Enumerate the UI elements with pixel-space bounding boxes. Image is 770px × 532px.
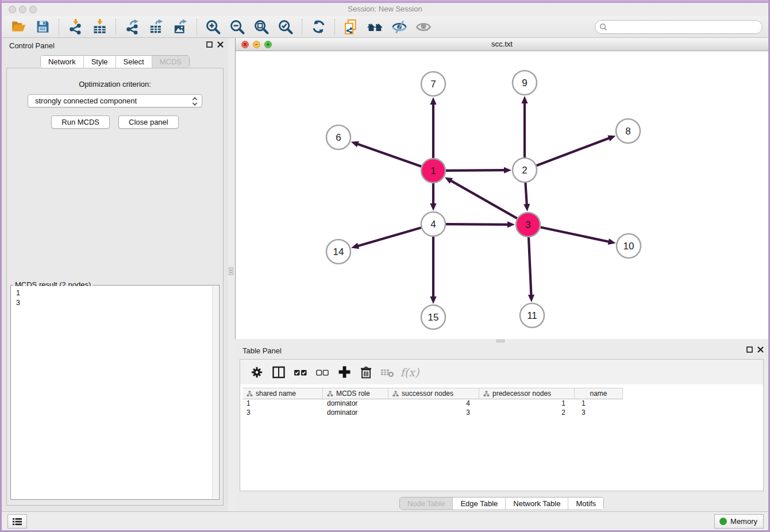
run-mcds-button[interactable]: Run MCDS — [51, 115, 110, 129]
export-table-icon[interactable] — [148, 18, 165, 36]
graph-edge-arrowhead — [608, 238, 616, 245]
graph-edge-arrowhead — [351, 141, 359, 148]
tab-edge-table[interactable]: Edge Table — [453, 498, 506, 510]
search-input[interactable] — [595, 20, 763, 34]
column-header-mcds-role[interactable]: MCDS role — [323, 388, 388, 399]
graph-node-label: 1 — [430, 165, 436, 176]
graph-edge-arrowhead — [507, 221, 515, 228]
cell-shared-name[interactable]: 1 — [242, 399, 323, 408]
export-image-icon[interactable] — [172, 18, 189, 36]
cell-predecessor-nodes[interactable]: 1 — [479, 399, 575, 408]
cell-name[interactable]: 1 — [575, 399, 623, 408]
close-panel-button[interactable]: Close panel — [118, 115, 179, 129]
graph-node-label: 2 — [522, 165, 527, 176]
column-header-predecessor-nodes[interactable]: predecessor nodes — [479, 388, 575, 399]
graph-edge-4-3[interactable] — [446, 224, 509, 225]
cell-shared-name[interactable]: 3 — [242, 408, 323, 418]
first-neighbors-icon[interactable] — [367, 18, 384, 36]
graph-edge-4-14[interactable] — [357, 228, 421, 246]
gear-icon[interactable] — [248, 364, 265, 381]
tab-node-table[interactable]: Node Table — [400, 498, 453, 510]
zoom-fit-icon[interactable] — [253, 18, 270, 36]
close-panel-icon[interactable] — [757, 346, 764, 353]
graph-edge-1-6[interactable] — [357, 144, 421, 166]
network-window-title: scc.txt — [236, 40, 768, 48]
graph-edge-2-3[interactable] — [525, 183, 526, 205]
table-row[interactable]: 1 dominator 4 1 1 — [242, 399, 763, 408]
toolbar-separator — [197, 19, 197, 35]
column-tree-icon — [392, 391, 399, 397]
toolbar-separator — [302, 19, 302, 35]
export-network-icon[interactable] — [124, 18, 141, 36]
main-toolbar — [2, 16, 768, 38]
memory-label: Memory — [730, 517, 757, 526]
graph-node-label: 15 — [428, 312, 439, 323]
tab-select[interactable]: Select — [116, 56, 152, 68]
graph-edge-arrowhead — [504, 167, 511, 174]
column-header-name[interactable]: name — [575, 388, 623, 399]
cell-predecessor-nodes[interactable]: 2 — [479, 408, 575, 418]
task-history-button[interactable] — [7, 514, 27, 529]
graph-edge-arrowhead — [523, 204, 530, 211]
show-all-icon[interactable] — [415, 18, 432, 36]
float-panel-icon[interactable] — [206, 41, 213, 48]
graph-edge-1-2[interactable] — [446, 170, 505, 171]
network-canvas[interactable]: 1234678910111415 — [236, 51, 768, 339]
hide-selected-icon[interactable] — [391, 18, 408, 36]
close-panel-icon[interactable] — [217, 41, 224, 48]
cell-name[interactable]: 3 — [575, 408, 623, 418]
tab-network-table[interactable]: Network Table — [506, 498, 568, 510]
column-header-shared-name[interactable]: shared name — [242, 388, 323, 399]
graph-edge-3-1[interactable] — [451, 180, 517, 218]
column-layout-icon[interactable] — [270, 364, 287, 381]
zoom-out-icon[interactable] — [229, 18, 246, 36]
cell-mcds-role[interactable]: dominator — [323, 408, 388, 418]
import-network-icon[interactable] — [67, 18, 84, 36]
open-session-icon[interactable] — [10, 18, 27, 36]
cell-mcds-role[interactable]: dominator — [323, 399, 388, 408]
tab-network[interactable]: Network — [41, 56, 84, 68]
column-tree-icon — [483, 391, 490, 397]
criterion-select[interactable]: strongly connected component — [28, 94, 202, 107]
graph-edge-2-8[interactable] — [537, 138, 610, 165]
import-table-icon[interactable] — [91, 18, 108, 36]
graph-edge-3-11[interactable] — [529, 237, 532, 296]
select-all-rows-icon[interactable] — [292, 364, 309, 381]
mcds-result-text[interactable]: 1 3 — [11, 286, 212, 499]
divider-grip[interactable] — [496, 340, 505, 342]
save-session-icon[interactable] — [34, 18, 51, 36]
network-from-selection-icon[interactable] — [342, 18, 360, 36]
graph-edge-arrowhead — [430, 97, 436, 105]
zoom-in-icon[interactable] — [205, 18, 222, 36]
divider-grip[interactable] — [229, 267, 233, 275]
toolbar-separator — [116, 19, 116, 35]
table-panel-tabs: Node Table Edge Table Network Table Moti… — [399, 497, 604, 510]
mcds-result-scrollbar[interactable] — [212, 286, 218, 499]
graph-edge-3-10[interactable] — [541, 228, 610, 242]
panel-split-divider[interactable] — [228, 38, 235, 511]
column-header-successor-nodes[interactable]: successor nodes — [388, 388, 479, 399]
criterion-value: strongly connected component — [35, 97, 137, 105]
delete-table-icon[interactable] — [379, 364, 396, 381]
toolbar-separator — [59, 19, 59, 35]
zoom-selected-icon[interactable] — [277, 18, 294, 36]
combo-stepper-icon — [192, 97, 198, 106]
tab-mcds[interactable]: MCDS — [152, 56, 189, 68]
float-panel-icon[interactable] — [746, 346, 753, 353]
window-top-edge — [2, 0, 768, 3]
tab-motifs[interactable]: Motifs — [568, 498, 603, 510]
table-row[interactable]: 3 dominator 3 2 3 — [242, 408, 763, 418]
graph-node-label: 4 — [430, 219, 436, 230]
cell-successor-nodes[interactable]: 3 — [388, 408, 479, 418]
delete-column-icon[interactable] — [357, 364, 375, 381]
deselect-rows-icon[interactable] — [314, 364, 331, 381]
network-graph: 1234678910111415 — [236, 51, 770, 338]
tab-style[interactable]: Style — [84, 56, 116, 68]
memory-button[interactable]: Memory — [714, 514, 764, 529]
cell-successor-nodes[interactable]: 4 — [388, 399, 479, 408]
refresh-icon[interactable] — [310, 18, 327, 36]
column-tree-icon — [327, 391, 333, 397]
graph-node-label: 7 — [430, 79, 436, 90]
horizontal-split-divider[interactable] — [235, 339, 768, 343]
add-column-icon[interactable] — [336, 364, 353, 381]
